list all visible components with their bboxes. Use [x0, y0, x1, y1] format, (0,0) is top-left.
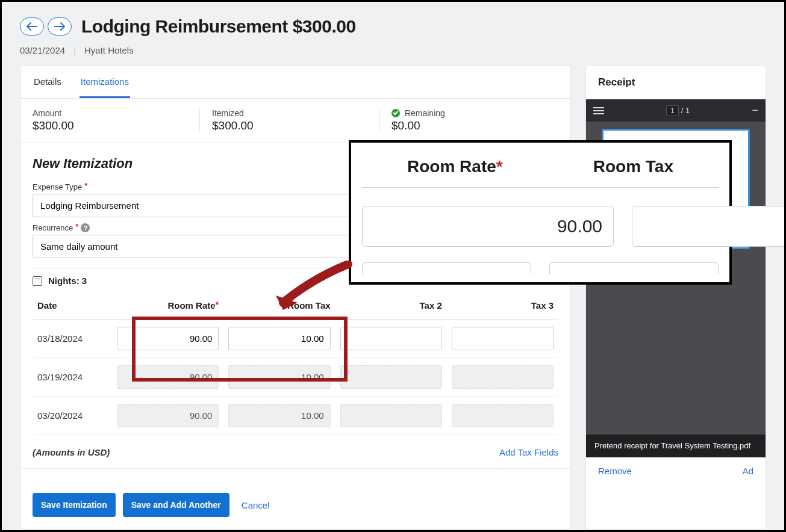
room-rate-input[interactable] [117, 327, 219, 350]
main-card: Details Itemizations Amount $300.00 Item… [20, 65, 571, 530]
check-icon [391, 109, 400, 117]
callout-room-rate-input[interactable] [362, 206, 614, 247]
callout-stub [362, 262, 531, 274]
hamburger-icon[interactable] [593, 110, 604, 111]
arrow-right-icon [54, 22, 65, 31]
amounts-note: (Amounts in USD) [33, 447, 110, 457]
amount-label: Amount [33, 108, 187, 118]
room-tax-input [228, 365, 330, 389]
save-itemization-button[interactable]: Save Itemization [33, 493, 116, 517]
table-row: 03/18/2024 [33, 320, 558, 358]
nav-next-button[interactable] [48, 17, 72, 36]
col-date: Date [33, 292, 112, 320]
help-icon[interactable]: ? [81, 223, 90, 232]
pdf-page-indicator: 1 / 1 [666, 106, 690, 115]
callout-stub [549, 262, 719, 274]
callout-box: Room Rate* Room Tax [349, 140, 732, 285]
nights-label: Nights: 3 [48, 276, 87, 286]
col-room-tax: Room Tax [223, 292, 335, 320]
amount-value: $300.00 [33, 119, 187, 132]
callout-room-tax-label: Room Tax [593, 157, 673, 176]
add-tax-fields-link[interactable]: Add Tax Fields [499, 447, 558, 457]
tax2-input [340, 404, 442, 427]
calendar-icon [33, 276, 42, 286]
header-date: 03/21/2024 [20, 45, 65, 55]
receipt-add-button[interactable]: Ad [740, 463, 756, 478]
room-rate-input [117, 404, 219, 427]
tab-itemizations[interactable]: Itemizations [80, 66, 130, 98]
callout-room-tax-input[interactable] [632, 206, 786, 247]
divider: | [73, 45, 76, 55]
cancel-button[interactable]: Cancel [237, 494, 275, 516]
itemized-label: Itemized [212, 108, 367, 118]
receipt-panel: Receipt 1 / 1 − 1 Pretend receipt for Tr… [585, 65, 766, 530]
callout-room-rate-label: Room Rate* [407, 157, 503, 176]
nights-table: Date Room Rate* Room Tax Tax 2 Tax 3 03/… [33, 292, 558, 435]
col-tax2: Tax 2 [335, 292, 447, 320]
row-date: 03/19/2024 [33, 358, 112, 397]
tax3-input [452, 365, 554, 389]
page-title: Lodging Reimbursement $300.00 [81, 16, 356, 37]
header-vendor: Hyatt Hotels [84, 45, 134, 55]
itemized-value: $300.00 [212, 119, 367, 132]
tax3-input[interactable] [452, 327, 554, 350]
tax3-input [452, 404, 554, 427]
receipt-remove-button[interactable]: Remove [596, 463, 634, 478]
row-date: 03/18/2024 [33, 320, 112, 358]
pdf-caption: Pretend receipt for Travel System Testin… [586, 435, 766, 457]
remaining-value: $0.00 [391, 119, 546, 132]
col-tax3: Tax 3 [447, 292, 558, 320]
room-tax-input [228, 404, 330, 427]
table-row: 03/19/2024 [33, 358, 558, 397]
tab-details[interactable]: Details [33, 66, 63, 98]
room-tax-input[interactable] [228, 327, 330, 350]
row-date: 03/20/2024 [33, 397, 112, 435]
tax2-input[interactable] [340, 327, 442, 350]
receipt-title: Receipt [586, 66, 766, 99]
col-room-rate: Room Rate* [112, 292, 223, 320]
tax2-input [340, 365, 442, 389]
nav-prev-button[interactable] [20, 17, 44, 36]
table-row: 03/20/2024 [33, 397, 558, 435]
zoom-out-icon[interactable]: − [752, 104, 758, 117]
room-rate-input [117, 365, 219, 389]
save-add-another-button[interactable]: Save and Add Another [123, 493, 229, 517]
arrow-left-icon [27, 22, 37, 31]
remaining-label: Remaining [391, 108, 546, 118]
